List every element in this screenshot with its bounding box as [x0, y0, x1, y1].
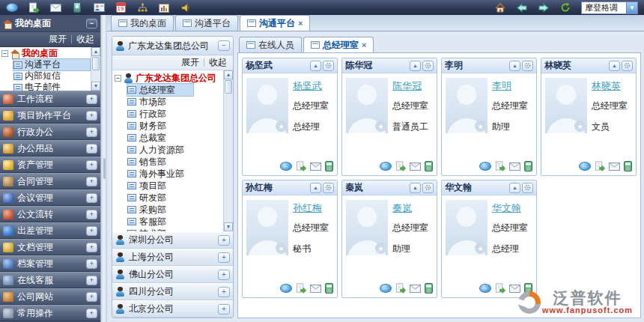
- mail-icon[interactable]: [410, 285, 421, 293]
- expand-section-button[interactable]: +: [86, 111, 97, 121]
- department-item[interactable]: 市场部: [127, 96, 222, 108]
- department-item[interactable]: 总经理室: [127, 84, 193, 96]
- send-document-icon[interactable]: [296, 161, 306, 171]
- sidebar-section[interactable]: 会议管理 +: [0, 189, 100, 206]
- department-item[interactable]: 人力资源部: [127, 144, 222, 156]
- tree-item[interactable]: 电子邮件: [13, 82, 90, 91]
- department-item[interactable]: 行政部: [127, 108, 222, 120]
- sidebar-section[interactable]: 合同管理 +: [0, 173, 100, 189]
- phone-icon[interactable]: [425, 283, 433, 294]
- tree-item[interactable]: 沟通平台: [13, 59, 90, 70]
- person-name-link[interactable]: 林晓英: [592, 79, 628, 93]
- send-document-icon[interactable]: [495, 161, 505, 171]
- scroll-down-icon[interactable]: ▼: [91, 82, 100, 91]
- chat-icon[interactable]: ··: [479, 162, 491, 171]
- send-document-icon[interactable]: [495, 283, 505, 294]
- mobile-device-icon[interactable]: [71, 1, 83, 13]
- main-tab[interactable]: 我的桌面: [111, 15, 174, 31]
- close-icon[interactable]: ×: [298, 19, 303, 27]
- sidebar-section[interactable]: 在线客服 +: [0, 272, 100, 288]
- phone-icon[interactable]: [425, 161, 433, 171]
- department-item[interactable]: 客服部: [127, 216, 222, 228]
- collapse-card-button[interactable]: ▲: [410, 183, 421, 193]
- sidebar-section[interactable]: 行政办公 +: [0, 124, 100, 140]
- chat-icon[interactable]: ··: [380, 284, 392, 293]
- org-chart-icon[interactable]: [136, 1, 148, 13]
- send-document-icon[interactable]: [28, 1, 40, 13]
- expand-branch-button[interactable]: +: [218, 235, 230, 246]
- expand-section-button[interactable]: +: [86, 177, 97, 186]
- scroll-up-icon[interactable]: ▲: [224, 70, 233, 79]
- scrollbar[interactable]: ▲ ▼: [91, 47, 100, 91]
- sidebar-section[interactable]: 资产管理 +: [0, 157, 100, 173]
- send-document-icon[interactable]: [395, 283, 406, 294]
- mail-icon[interactable]: [310, 162, 321, 171]
- org-collapse-link[interactable]: 收起: [209, 56, 227, 69]
- settings-icon[interactable]: [323, 183, 334, 193]
- expand-branch-button[interactable]: +: [218, 287, 230, 297]
- expand-section-button[interactable]: +: [86, 276, 97, 285]
- expand-section-button[interactable]: +: [86, 144, 97, 154]
- tree-expander-icon[interactable]: −: [1, 50, 8, 57]
- collapse-card-button[interactable]: ▲: [410, 61, 421, 71]
- department-item[interactable]: 销售部: [127, 156, 222, 168]
- mail-icon[interactable]: [310, 285, 321, 293]
- branch-item[interactable]: 四川分公司 +: [112, 283, 233, 300]
- person-name-link[interactable]: 秦岚: [392, 201, 428, 215]
- expand-section-button[interactable]: +: [86, 210, 97, 219]
- scrollbar[interactable]: ▲ ▼: [223, 70, 233, 231]
- expand-all-link[interactable]: 展开: [49, 33, 67, 46]
- department-item[interactable]: 研发部: [127, 192, 222, 204]
- sidebar-section[interactable]: 公文流转 +: [0, 206, 100, 222]
- forward-icon[interactable]: [538, 1, 550, 13]
- photo-icon[interactable]: [93, 1, 105, 13]
- expand-section-button[interactable]: +: [86, 259, 97, 269]
- main-tab[interactable]: 沟通平台: [175, 15, 238, 31]
- collapse-card-button[interactable]: ▲: [509, 61, 520, 71]
- phone-icon[interactable]: [524, 161, 532, 171]
- send-document-icon[interactable]: [296, 283, 306, 294]
- mail-icon[interactable]: [509, 162, 520, 171]
- sidebar-section[interactable]: 公司网站 +: [0, 288, 100, 305]
- collapse-section-button[interactable]: −: [86, 19, 97, 28]
- department-item[interactable]: 采购部: [127, 204, 222, 216]
- dropdown-icon[interactable]: ▼: [626, 2, 637, 13]
- collapse-panel-button[interactable]: −: [218, 40, 230, 51]
- phone-icon[interactable]: [325, 161, 333, 171]
- person-name-link[interactable]: 陈华冠: [392, 79, 428, 93]
- expand-section-button[interactable]: +: [86, 292, 97, 302]
- expand-branch-button[interactable]: +: [218, 252, 230, 263]
- chat-icon[interactable]: ··: [280, 162, 292, 171]
- scroll-thumb[interactable]: [225, 80, 232, 94]
- person-name-link[interactable]: 华文翰: [492, 201, 528, 215]
- sidebar-section[interactable]: 出差管理 +: [0, 222, 100, 239]
- expand-branch-button[interactable]: +: [218, 304, 230, 315]
- department-item[interactable]: 海外事业部: [127, 168, 222, 180]
- sidebar-section[interactable]: 文档管理 +: [0, 239, 100, 255]
- settings-icon[interactable]: [622, 61, 633, 71]
- collapse-card-button[interactable]: ▲: [310, 61, 321, 71]
- department-item[interactable]: 项目部: [127, 180, 222, 192]
- org-expand-link[interactable]: 展开: [181, 56, 199, 69]
- org-panel-header[interactable]: 广东龙达集团总公司 −: [112, 37, 233, 55]
- branch-item[interactable]: 北京分公司 +: [112, 300, 233, 318]
- scroll-up-icon[interactable]: ▲: [91, 47, 100, 56]
- branch-item[interactable]: 佛山分公司 +: [112, 266, 233, 283]
- department-item[interactable]: 技术部: [127, 228, 222, 231]
- chat-icon[interactable]: ··: [380, 162, 392, 171]
- close-icon[interactable]: ×: [362, 41, 366, 49]
- send-document-icon[interactable]: [595, 161, 605, 171]
- mail-icon[interactable]: [410, 162, 421, 171]
- expand-section-button[interactable]: +: [86, 193, 97, 203]
- settings-icon[interactable]: [323, 61, 334, 71]
- branch-item[interactable]: 深圳分公司 +: [112, 231, 233, 249]
- panel-splitter[interactable]: [100, 15, 107, 322]
- scroll-thumb[interactable]: [92, 57, 100, 70]
- department-item[interactable]: 财务部: [127, 120, 222, 132]
- chat-icon[interactable]: ··: [579, 162, 591, 171]
- branch-item[interactable]: 上海分公司 +: [112, 249, 233, 266]
- org-tree-root[interactable]: − 广东龙达集团总公司: [115, 72, 222, 84]
- inner-tab[interactable]: 总经理室 ×: [303, 37, 374, 52]
- back-icon[interactable]: [516, 1, 528, 13]
- send-document-icon[interactable]: [395, 161, 406, 171]
